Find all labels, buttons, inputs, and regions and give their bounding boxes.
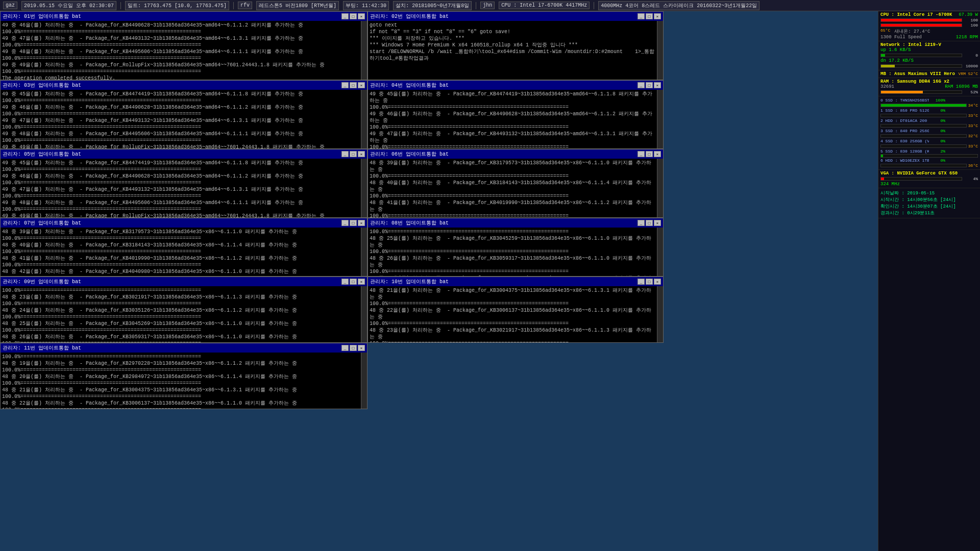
cmd-btn-2-5[interactable]: × (654, 151, 661, 157)
cmd-btn-0-4[interactable]: _ (341, 151, 349, 157)
taskbar-setup: 설치: 20181005~0년7개월8일 (393, 1, 472, 10)
cmd-btn-0-1[interactable]: _ (638, 13, 645, 19)
cmd-titlebar-4: 관리자: 05번 업데이트통합 bat_□× (1, 149, 367, 159)
cmd-btn-1-3[interactable]: □ (646, 82, 653, 88)
taskbar-system: 4000MHz 4코어 8스레드 스카이레이크 20160322~3년1개월22… (598, 1, 760, 10)
cmd-btn-2-7[interactable]: × (654, 220, 661, 226)
storage-bar-container-1: 33°C (880, 113, 978, 118)
vga-label: VGA : NVIDIA GeForce GTX 650 (880, 171, 958, 176)
cmd-btn-2-9[interactable]: × (654, 279, 661, 285)
cmd-window-8[interactable]: 관리자: 09번 업데이트통합 bat_□×100.0%============… (0, 277, 368, 343)
storage-row-2: 2 HDD : DT01ACA 200 TB (U:)0% (880, 118, 978, 123)
cmd-btn-1-2[interactable]: □ (350, 82, 357, 88)
cmd-btn-0-8[interactable]: _ (341, 279, 349, 285)
cmd-titlebar-8: 관리자: 09번 업데이트통합 bat_□× (1, 277, 367, 286)
cpu-bar-fill-1 (881, 19, 962, 21)
cmd-scrollbar-0[interactable] (361, 21, 367, 80)
cmd-scrollbar-2[interactable] (361, 90, 367, 148)
cmd-scrollbar-5[interactable] (657, 159, 663, 217)
net-up-bar-fill (881, 54, 885, 57)
taskbar-divider2 (233, 2, 234, 9)
cmd-scrollbar-4[interactable] (361, 159, 367, 217)
cmd-btn-2-3[interactable]: × (654, 82, 661, 88)
cmd-titlebar-2: 관리자: 03번 업데이트통합 bat_□× (1, 81, 367, 90)
cmd-btn-2-10[interactable]: × (358, 345, 365, 351)
cmd-scrollbar-6[interactable] (361, 228, 367, 276)
cpu-bar-bg-2 (880, 23, 962, 27)
cmd-content-6: 48 중 39을(를) 처리하는 중 - Package_for_KB31795… (1, 228, 361, 276)
taskbar-app[interactable]: gaz (3, 2, 17, 9)
storage-pct-3: 0% (930, 129, 945, 133)
side-storage-section: 0 SSD : THNSNH256BST (G: D:)100%34°C1 SS… (878, 96, 980, 170)
cmd-btn-2-8[interactable]: × (358, 279, 365, 285)
cmd-scrollbar-3[interactable] (657, 90, 663, 148)
cmd-btn-1-7[interactable]: □ (646, 220, 653, 226)
cmd-content-8: 100.0%==================================… (1, 286, 361, 342)
cmd-btn-0-7[interactable]: _ (638, 220, 645, 226)
cmd-window-7[interactable]: 관리자: 08번 업데이트통합 bat_□×100.0%============… (368, 218, 664, 277)
storage-row-5: 5 SSD : 830 128GB (K:)2% (880, 149, 978, 154)
cmd-btn-1-6[interactable]: □ (350, 220, 357, 226)
cmd-window-5[interactable]: 관리자: 06번 업데이트통합 bat_□×48 중 39을(를) 처리하는 중… (368, 149, 664, 218)
storage-temp-0: 34°C (968, 103, 978, 108)
ram-bar-fill (881, 91, 923, 93)
date-confirm: 확인시간 : 14시30분07초 [24시] (880, 203, 978, 210)
cpu-temp-row: 65°C 새내온: 27.4°C (880, 28, 978, 35)
cmd-btn-2-2[interactable]: × (358, 82, 365, 88)
cmd-btn-1-9[interactable]: □ (646, 279, 653, 285)
cpu-bar-fill-2 (881, 24, 962, 27)
side-mb-section: MB : Asus Maximus VIII Hero VRM 52°C (878, 70, 980, 78)
date-elapsed: 경과시간 : 0시29분11초 (880, 210, 978, 216)
cmd-controls-6: _□× (341, 220, 365, 226)
storage-pct-0: 100% (930, 98, 945, 103)
cmd-btn-0-2[interactable]: _ (341, 82, 349, 88)
cmd-window-6[interactable]: 관리자: 07번 업데이트통합 bat_□×48 중 39을(를) 처리하는 중… (0, 218, 368, 277)
taskbar-divider1 (120, 2, 121, 9)
cmd-btn-2-4[interactable]: × (358, 151, 365, 157)
cmd-titlebar-6: 관리자: 07번 업데이트통합 bat_□× (1, 218, 367, 228)
cmd-title-9: 관리자: 10번 업데이트통합 bat (370, 278, 449, 285)
cmd-scrollbar-10[interactable] (361, 353, 367, 409)
storage-item-5: 5 SSD : 830 128GB (K:)2% (880, 149, 978, 158)
cmd-btn-1-8[interactable]: □ (350, 279, 357, 285)
cmd-btn-2-6[interactable]: × (358, 220, 365, 226)
cmd-btn-2-1[interactable]: × (654, 13, 661, 19)
cmd-btn-1-5[interactable]: □ (646, 151, 653, 157)
cmd-body-6: 48 중 39을(를) 처리하는 중 - Package_for_KB31795… (1, 228, 367, 276)
cmd-btn-1-0[interactable]: □ (350, 13, 357, 19)
storage-bar-container-4: 33°C (880, 144, 978, 148)
cmd-body-10: 100.0%==================================… (1, 353, 367, 409)
cmd-btn-0-5[interactable]: _ (638, 151, 645, 157)
cmd-btn-0-9[interactable]: _ (638, 279, 645, 285)
cmd-btn-2-0[interactable]: × (358, 13, 365, 19)
cmd-btn-0-3[interactable]: _ (638, 82, 645, 88)
cmd-content-9: 48 중 21을(를) 처리하는 중 - Package_for_KB30043… (368, 286, 657, 342)
cmd-window-9[interactable]: 관리자: 10번 업데이트통합 bat_□×48 중 21을(를) 처리하는 중… (368, 277, 664, 343)
fan-rpm: 1218 RPM (956, 35, 978, 40)
cmd-btn-0-6[interactable]: _ (341, 220, 349, 226)
cmd-btn-1-1[interactable]: □ (646, 13, 653, 19)
cmd-window-1[interactable]: 관리자: 02번 업데이트통합 bat_□×goto next if not "… (368, 11, 664, 80)
cmd-scrollbar-7[interactable] (657, 228, 663, 276)
storage-bar-fill-0 (881, 104, 966, 107)
cmd-content-4: 49 중 45을(를) 처리하는 중 - Package_for_KB44744… (1, 159, 361, 217)
cmd-body-4: 49 중 45을(를) 처리하는 중 - Package_for_KB44744… (1, 159, 367, 217)
cmd-controls-3: _□× (638, 82, 661, 88)
cmd-window-4[interactable]: 관리자: 05번 업데이트통합 bat_□×49 중 45을(를) 처리하는 중… (0, 149, 368, 218)
cmd-window-10[interactable]: 관리자: 11번 업데이트통합 bat_□×100.0%============… (0, 343, 368, 409)
cmd-body-9: 48 중 21을(를) 처리하는 중 - Package_for_KB30043… (368, 286, 663, 342)
cmd-btn-1-10[interactable]: □ (350, 345, 357, 351)
cmd-content-1: goto next if not "8" == "3" if not "8" =… (368, 21, 657, 80)
cmd-window-0[interactable]: 관리자: 01번 업데이트통합 bat_□×49 중 46을(를) 처리하는 중… (0, 11, 368, 80)
cmd-window-2[interactable]: 관리자: 03번 업데이트통합 bat_□×49 중 45을(를) 처리하는 중… (0, 80, 368, 149)
cmd-scrollbar-8[interactable] (361, 286, 367, 342)
cmd-btn-0-10[interactable]: _ (341, 345, 349, 351)
cmd-btn-0-0[interactable]: _ (341, 13, 349, 19)
cmd-scrollbar-1[interactable] (657, 21, 663, 80)
net-dn-bar: 10000 (880, 64, 978, 68)
cmd-scrollbar-9[interactable] (657, 286, 663, 342)
cmd-controls-1: _□× (638, 13, 661, 19)
net-dn: dn 17.2 KB/S (880, 58, 914, 63)
cmd-window-3[interactable]: 관리자: 04번 업데이트통합 bat_□×49 중 45을(를) 처리하는 중… (368, 80, 664, 149)
cmd-btn-1-4[interactable]: □ (350, 151, 357, 157)
